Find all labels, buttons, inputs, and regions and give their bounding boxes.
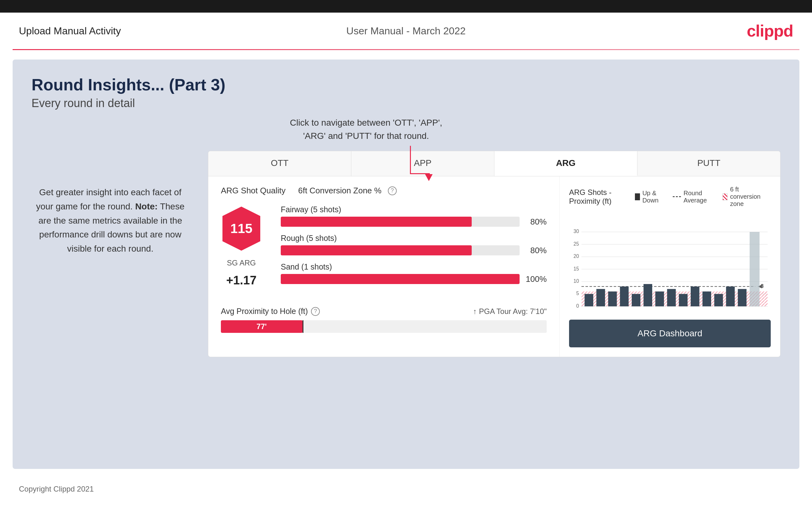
proximity-title: Avg Proximity to Hole (ft) ?: [221, 307, 320, 316]
bar-fill-sand: [281, 274, 520, 284]
legend-hatched-conversion: [722, 193, 727, 200]
main-content: Round Insights... (Part 3) Every round i…: [13, 59, 799, 469]
proximity-bar-track: 77': [221, 320, 547, 333]
dashboard-widget: OTT APP ARG PUTT ARG Shot Quality 6ft Co…: [208, 151, 780, 357]
clippd-logo: clippd: [747, 21, 793, 40]
hex-value: 115: [230, 221, 252, 236]
legend-dashed-round-avg: [673, 196, 681, 197]
svg-rect-29: [691, 287, 700, 306]
content-layout: Get greater insight into each facet of y…: [32, 122, 780, 357]
svg-rect-22: [608, 292, 617, 306]
score-row: 115 SG ARG +1.17 Fairway (5 shots): [221, 205, 547, 291]
legend-box-up-down: [635, 193, 640, 200]
bar-track-fairway: [281, 217, 520, 227]
legend-round-avg: Round Average: [673, 189, 715, 204]
bar-container-rough: 80%: [281, 245, 547, 256]
widget-right: ARG Shots - Proximity (ft) Up & Down Rou…: [560, 176, 780, 357]
svg-text:0: 0: [576, 303, 579, 308]
svg-text:25: 25: [573, 241, 579, 246]
svg-rect-25: [644, 284, 652, 306]
bar-pct-fairway: 80%: [525, 217, 547, 227]
left-description: Get greater insight into each facet of y…: [32, 185, 189, 256]
arg-dashboard-button[interactable]: ARG Dashboard: [569, 320, 771, 347]
bar-row-fairway: Fairway (5 shots) 80%: [281, 205, 547, 227]
annotation-arrow: [290, 146, 442, 181]
chart-legend: Up & Down Round Average 6 ft conversion …: [635, 186, 771, 208]
legend-label-round-avg: Round Average: [683, 189, 715, 204]
tab-putt[interactable]: PUTT: [638, 151, 780, 176]
bar-label-rough: Rough (5 shots): [281, 234, 547, 243]
svg-text:15: 15: [573, 266, 579, 272]
chart-title: ARG Shots - Proximity (ft): [569, 188, 635, 206]
svg-rect-27: [667, 289, 676, 306]
footer: Copyright Clippd 2021: [0, 478, 812, 500]
legend-label-up-down: Up & Down: [643, 189, 665, 204]
legend-label-conversion: 6 ft conversion zone: [730, 186, 771, 208]
arg-shot-quality-label: ARG Shot Quality: [221, 186, 286, 195]
bar-fill-rough: [281, 245, 472, 256]
bar-track-rough: [281, 245, 520, 256]
pga-avg: ↑ PGA Tour Avg: 7'10": [473, 307, 547, 316]
bars-section: Fairway (5 shots) 80% Rou: [281, 205, 547, 291]
svg-rect-21: [597, 289, 605, 306]
bar-container-fairway: 80%: [281, 217, 547, 227]
header-divider: [13, 49, 799, 50]
svg-rect-31: [714, 294, 723, 306]
help-icon[interactable]: ?: [388, 186, 397, 195]
score-hex-area: 115 SG ARG +1.17: [221, 205, 262, 291]
widget-body: ARG Shot Quality 6ft Conversion Zone % ?: [208, 176, 780, 357]
bar-pct-sand: 100%: [525, 274, 547, 284]
svg-text:10: 10: [573, 278, 579, 284]
bar-label-sand: Sand (1 shots): [281, 262, 547, 272]
chart-svg: 0 5 10 15 20 25 30: [569, 213, 771, 313]
widget-left: ARG Shot Quality 6ft Conversion Zone % ?: [208, 176, 560, 357]
chart-area: 0 5 10 15 20 25 30: [569, 213, 771, 313]
svg-text:5: 5: [576, 291, 579, 296]
svg-rect-34: [750, 232, 760, 306]
document-label: User Manual - March 2022: [346, 25, 466, 37]
navigate-annotation: Click to navigate between 'OTT', 'APP', …: [290, 116, 442, 181]
arg-header: ARG Shot Quality 6ft Conversion Zone % ?: [221, 186, 547, 195]
svg-text:30: 30: [573, 229, 579, 234]
conversion-label: 6ft Conversion Zone %: [298, 186, 381, 195]
top-bar: [0, 0, 812, 13]
proximity-value: 77': [256, 322, 266, 331]
svg-rect-20: [585, 294, 593, 306]
bar-track-sand: [281, 274, 520, 284]
left-panel: Get greater insight into each facet of y…: [32, 122, 189, 357]
sg-arg-value: +1.17: [226, 274, 256, 287]
proximity-help-icon[interactable]: ?: [311, 307, 320, 316]
annotation-text: Click to navigate between 'OTT', 'APP', …: [290, 116, 442, 143]
bar-row-sand: Sand (1 shots) 100%: [281, 262, 547, 284]
svg-rect-32: [726, 287, 735, 306]
chart-header: ARG Shots - Proximity (ft) Up & Down Rou…: [569, 186, 771, 208]
bar-container-sand: 100%: [281, 274, 547, 284]
svg-rect-30: [702, 292, 711, 306]
bar-row-rough: Rough (5 shots) 80%: [281, 234, 547, 256]
svg-rect-26: [655, 292, 664, 306]
proximity-cursor: [303, 320, 303, 333]
sg-arg-label: SG ARG: [227, 259, 256, 267]
hexagon-score: 115: [221, 205, 262, 252]
upload-label: Upload Manual Activity: [19, 25, 121, 37]
svg-text:20: 20: [573, 253, 579, 259]
proximity-bar-fill: 77': [221, 320, 303, 333]
right-area: Click to navigate between 'OTT', 'APP', …: [208, 122, 780, 357]
bar-pct-rough: 80%: [525, 246, 547, 256]
bar-label-fairway: Fairway (5 shots): [281, 205, 547, 214]
svg-rect-28: [679, 294, 688, 306]
tab-arg[interactable]: ARG: [494, 151, 638, 176]
copyright: Copyright Clippd 2021: [19, 485, 94, 493]
svg-rect-24: [632, 294, 641, 306]
page-title: Round Insights... (Part 3): [32, 75, 780, 94]
proximity-header: Avg Proximity to Hole (ft) ? ↑ PGA Tour …: [221, 307, 547, 316]
legend-up-down: Up & Down: [635, 189, 665, 204]
header: Upload Manual Activity User Manual - Mar…: [0, 13, 812, 49]
svg-rect-33: [738, 289, 747, 306]
svg-rect-23: [620, 287, 628, 306]
page-subtitle: Every round in detail: [32, 97, 780, 110]
legend-conversion-zone: 6 ft conversion zone: [722, 186, 771, 208]
bar-fill-fairway: [281, 217, 472, 227]
proximity-section: Avg Proximity to Hole (ft) ? ↑ PGA Tour …: [221, 300, 547, 333]
